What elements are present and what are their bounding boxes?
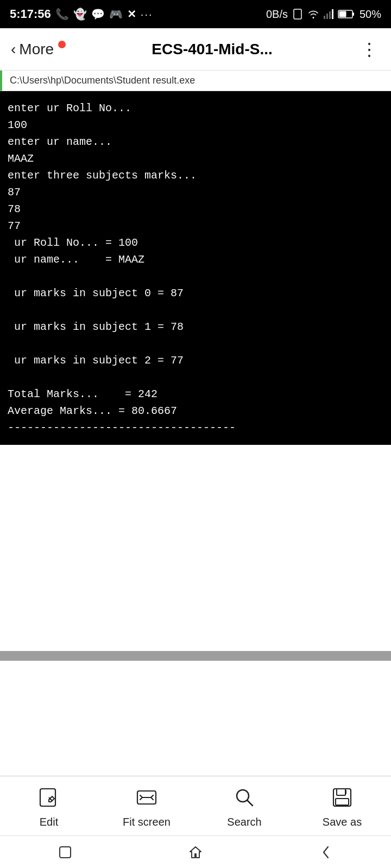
fit-screen-button[interactable]: Fit screen bbox=[98, 783, 195, 828]
svg-rect-3 bbox=[329, 11, 331, 19]
terminal-line bbox=[8, 302, 383, 318]
terminal-line bbox=[8, 268, 383, 285]
svg-rect-6 bbox=[352, 12, 354, 16]
terminal-line: ur marks in subject 0 = 87 bbox=[8, 285, 383, 302]
content-area bbox=[0, 445, 391, 651]
terminal-output: enter ur Roll No... 100 enter ur name...… bbox=[0, 91, 391, 445]
more-dots-icon: ··· bbox=[141, 8, 153, 21]
save-as-icon bbox=[328, 783, 356, 812]
phone-outline-icon bbox=[292, 9, 303, 20]
save-as-label: Save as bbox=[323, 816, 362, 828]
svg-rect-14 bbox=[337, 789, 345, 795]
terminal-line: 87 bbox=[8, 184, 383, 201]
fit-screen-label: Fit screen bbox=[123, 816, 171, 828]
terminal-line: 100 bbox=[8, 117, 383, 133]
svg-line-12 bbox=[247, 800, 253, 806]
battery-icon bbox=[338, 9, 355, 19]
battery-percent: 50% bbox=[360, 8, 381, 21]
terminal-line: MAAZ bbox=[8, 150, 383, 167]
terminal-line: Total Marks... = 242 bbox=[8, 386, 383, 403]
terminal-line: 77 bbox=[8, 218, 383, 234]
page-title: ECS-401-Mid-S... bbox=[66, 41, 358, 58]
terminal-line: 78 bbox=[8, 201, 383, 218]
signal-icon bbox=[324, 9, 333, 19]
game-icon: 🎮 bbox=[109, 8, 123, 21]
search-label: Search bbox=[227, 816, 261, 828]
terminal-line bbox=[8, 335, 383, 352]
overflow-menu-button[interactable]: ⋮ bbox=[358, 39, 380, 60]
terminal-line: ur marks in subject 1 = 78 bbox=[8, 318, 383, 335]
back-arrow-icon: ‹ bbox=[11, 42, 16, 57]
terminal-line: ----------------------------------- bbox=[8, 419, 383, 436]
edit-icon bbox=[35, 783, 63, 812]
svg-rect-0 bbox=[294, 9, 301, 19]
back-button-system[interactable] bbox=[315, 841, 337, 863]
terminal-line: ur marks in subject 2 = 77 bbox=[8, 352, 383, 369]
svg-rect-2 bbox=[326, 14, 328, 19]
terminal-line bbox=[8, 369, 383, 386]
svg-rect-7 bbox=[339, 11, 346, 17]
status-right: 0B/s 50% bbox=[266, 8, 381, 21]
phone-icon: 📞 bbox=[55, 8, 69, 21]
terminal-line: enter ur name... bbox=[8, 133, 383, 150]
search-icon bbox=[230, 783, 258, 812]
status-time: 5:17:56 bbox=[10, 7, 51, 21]
status-bar: 5:17:56 📞 👻 💬 🎮 ✕ ··· 0B/s 50% bbox=[0, 0, 391, 28]
edit-label: Edit bbox=[40, 816, 58, 828]
system-nav-bar bbox=[0, 835, 391, 868]
snapchat-icon: 👻 bbox=[73, 8, 87, 21]
terminal-line: ur name... = MAAZ bbox=[8, 251, 383, 268]
wifi-icon bbox=[307, 10, 319, 18]
fit-screen-icon bbox=[133, 783, 161, 812]
recent-apps-button[interactable] bbox=[54, 841, 76, 863]
search-button[interactable]: Search bbox=[195, 783, 293, 828]
svg-rect-4 bbox=[332, 9, 333, 19]
terminal-line: Average Marks... = 80.6667 bbox=[8, 403, 383, 419]
gray-divider bbox=[0, 651, 391, 661]
bottom-toolbar: Edit Fit screen Search bbox=[0, 776, 391, 835]
filepath-bar: C:\Users\hp\Documents\Student result.exe bbox=[0, 71, 391, 91]
message-icon: 💬 bbox=[91, 8, 105, 21]
back-button[interactable]: ‹ More bbox=[11, 41, 66, 58]
more-label: More bbox=[19, 41, 54, 58]
svg-rect-17 bbox=[60, 847, 71, 858]
edit-button[interactable]: Edit bbox=[0, 783, 98, 828]
data-speed: 0B/s bbox=[266, 8, 288, 21]
status-left: 5:17:56 📞 👻 💬 🎮 ✕ ··· bbox=[10, 7, 153, 21]
svg-rect-1 bbox=[324, 16, 325, 19]
x-icon: ✕ bbox=[127, 8, 136, 21]
nav-bar: ‹ More ECS-401-Mid-S... ⋮ bbox=[0, 28, 391, 71]
filepath-text: C:\Users\hp\Documents\Student result.exe bbox=[10, 75, 195, 86]
terminal-line: enter three subjects marks... bbox=[8, 167, 383, 184]
svg-rect-15 bbox=[336, 799, 349, 805]
terminal-line: enter ur Roll No... bbox=[8, 100, 383, 117]
notification-dot bbox=[58, 41, 66, 48]
home-button[interactable] bbox=[185, 841, 206, 863]
terminal-line: ur Roll No... = 100 bbox=[8, 234, 383, 251]
save-as-button[interactable]: Save as bbox=[293, 783, 391, 828]
